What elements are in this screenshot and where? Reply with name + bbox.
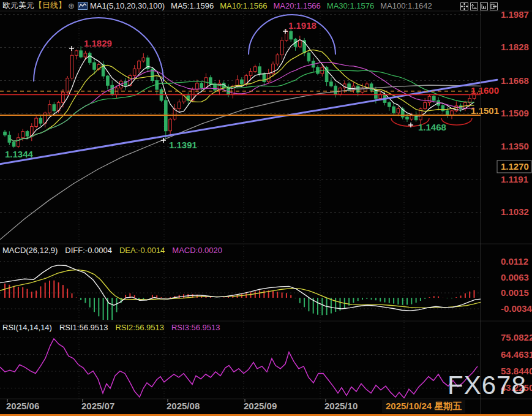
ma100-line [0, 85, 481, 240]
ma-value: MA20:1.1566 [274, 1, 321, 10]
pan-right-icon[interactable] [490, 2, 498, 10]
rsi-header: RSI(14,14,14)RSI1:56.9513RSI2:56.9513RSI… [2, 323, 227, 332]
x-axis-scale-icon[interactable] [480, 2, 488, 10]
candle-body [138, 61, 141, 69]
price-axis-tick: 1.1191 [501, 174, 528, 184]
candle-body [169, 119, 172, 130]
candle-body [249, 72, 252, 76]
macd-value: MACD(26,12,9) [2, 246, 58, 255]
candle-body [330, 82, 333, 86]
macd-value: MACD:0.0020 [172, 246, 222, 255]
annotation-label: 1.1918 [288, 20, 317, 31]
crosshair-icon[interactable] [460, 2, 468, 10]
macd-value: DIFF:-0.0004 [65, 246, 112, 255]
candle-body [348, 84, 351, 90]
candle-body [451, 111, 454, 115]
candle-body [441, 105, 444, 111]
period-label: 【日线】 [34, 0, 66, 11]
candle-body [26, 132, 29, 136]
rsi-value: RSI(14,14,14) [2, 323, 52, 332]
candle-body [258, 67, 261, 74]
chart-header: 欧元美元 【日线】 ⊕ MA1(5,10,20,30,100) MA5:1.15… [0, 0, 532, 11]
rsi-axis-tick: 64.4631 [501, 349, 532, 360]
circle-plus-icon[interactable]: ⊕ [68, 1, 75, 10]
chart-canvas[interactable]: 1.16001.15011.18291.19181.13441.13911.14… [0, 0, 532, 416]
price-axis-tick: 1.1350 [501, 141, 529, 151]
candle-body [290, 31, 293, 39]
candle-body [263, 74, 266, 82]
annotation-label: 1.1829 [84, 38, 112, 48]
macd-axis-tick: 0.0112 [501, 256, 528, 267]
candle-body [39, 118, 42, 123]
candle-body [334, 86, 337, 94]
candle-body [70, 55, 73, 78]
candle-body [93, 62, 96, 69]
annotation-label: 1.1468 [418, 122, 446, 132]
candle-body [428, 96, 431, 102]
candle-body [35, 118, 38, 127]
x-axis-month-label: 2025/07 [81, 401, 114, 411]
candle-body [133, 69, 136, 75]
candle-body [276, 55, 279, 64]
candle-body [280, 40, 283, 55]
macd-axis-tick: 0.0063 [501, 272, 529, 282]
candle-body [370, 84, 373, 90]
candle-body [317, 67, 320, 74]
ma-value: MA5:1.1596 [171, 1, 214, 10]
macd-header: MACD(26,12,9)DIFF:-0.0004DEA:-0.0014MACD… [2, 246, 230, 255]
candle-body [388, 102, 391, 107]
annotation-label: 1.1391 [169, 140, 197, 150]
rsi-value: RSI3:56.9513 [171, 323, 220, 332]
candle-body [196, 83, 199, 89]
x-axis-month-label: 2025/06 [6, 401, 39, 411]
cursor-price-label: 1.1270 [501, 161, 529, 172]
annotation-label: 1.1344 [5, 149, 34, 159]
candle-body [111, 85, 114, 94]
chart-window: 1.16001.15011.18291.19181.13441.13911.14… [0, 0, 532, 416]
candle-body [433, 96, 436, 100]
candle-body [254, 67, 257, 72]
toolbar-icons [460, 2, 498, 10]
candle-body [392, 107, 395, 113]
diff-line [0, 265, 481, 311]
price-axis-tick: 1.1032 [501, 206, 529, 217]
y-axis-scale-icon[interactable] [470, 2, 478, 10]
candle-body [75, 51, 78, 55]
candle-body [53, 105, 56, 111]
price-line-label: 1.1600 [471, 85, 499, 96]
candle-body [107, 76, 110, 85]
candle-body [12, 142, 15, 146]
dea-line [0, 270, 481, 308]
price-axis-tick: 1.1509 [501, 108, 529, 118]
rsi-value: RSI2:56.9513 [115, 323, 164, 332]
peak-arc [34, 18, 163, 81]
candle-body [17, 138, 20, 146]
macd-value: DEA:-0.0014 [119, 246, 165, 255]
macd-axis-tick: 0.0015 [501, 287, 529, 298]
symbol-title: 欧元美元 [2, 0, 34, 11]
price-axis-tick: 1.1828 [501, 42, 529, 52]
candle-body [4, 132, 7, 135]
candle-body [307, 53, 310, 61]
price-line-label: 1.1501 [471, 105, 499, 116]
macd-axis-tick: -0.0034 [501, 303, 532, 314]
ma-settings-label: MA1(5,10,20,30,100) [90, 1, 165, 10]
candle-body [200, 83, 203, 88]
candle-body [406, 117, 409, 119]
watermark: FX678 [448, 371, 526, 400]
rsi-axis-tick: 75.0822 [501, 332, 532, 342]
candle-body [88, 53, 91, 62]
candle-body [84, 53, 87, 57]
cursor-date-label: 2025/10/24 星期五 [382, 400, 465, 413]
candle-body [66, 78, 69, 92]
mini-chart-icon[interactable] [78, 2, 88, 10]
candle-body [241, 80, 244, 84]
ma-values: MA5:1.1596MA10:1.1566MA20:1.1566MA30:1.1… [165, 1, 432, 10]
candle-body [299, 40, 302, 47]
x-axis-month-label: 2025/08 [167, 401, 200, 411]
x-axis-month-label: 2025/09 [244, 401, 277, 411]
price-axis-tick: 1.1668 [501, 75, 529, 86]
candle-body [178, 102, 181, 108]
candle-body [424, 102, 427, 108]
candle-body [48, 105, 51, 113]
